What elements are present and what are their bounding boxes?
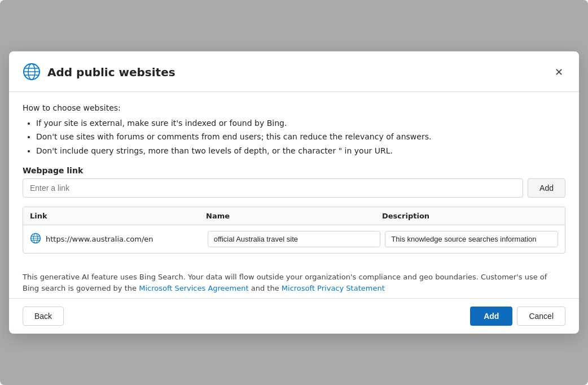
name-input[interactable] <box>208 231 381 247</box>
modal-body: How to choose websites: If your site is … <box>9 92 579 265</box>
instructions-section: How to choose websites: If your site is … <box>23 103 565 157</box>
row-link-text: https://www.australia.com/en <box>46 235 153 243</box>
link-cell: https://www.australia.com/en <box>30 233 203 246</box>
row-globe-icon <box>30 233 41 246</box>
instruction-item-3: Don't include query strings, more than t… <box>36 145 565 157</box>
modal-footer: Back Add Cancel <box>9 298 579 334</box>
table-row: https://www.australia.com/en <box>23 225 565 253</box>
instructions-heading: How to choose websites: <box>23 103 565 112</box>
add-link-button[interactable]: Add <box>528 178 565 198</box>
link-input[interactable] <box>23 178 523 198</box>
table-header: Link Name Description <box>23 207 565 225</box>
column-header-link: Link <box>30 212 206 220</box>
globe-header-icon <box>23 63 41 82</box>
instructions-list: If your site is external, make sure it's… <box>23 117 565 157</box>
footer-left: Back <box>23 307 64 326</box>
name-cell <box>208 231 381 247</box>
column-header-name: Name <box>206 212 382 220</box>
input-row: Add <box>23 178 565 198</box>
back-button[interactable]: Back <box>23 307 64 326</box>
disclaimer-section: This generative AI feature uses Bing Sea… <box>9 265 579 298</box>
disclaimer-text: This generative AI feature uses Bing Sea… <box>23 272 565 294</box>
cancel-button[interactable]: Cancel <box>517 307 565 326</box>
modal-overlay: Add public websites ✕ How to choose webs… <box>0 0 588 385</box>
description-input[interactable] <box>385 231 558 247</box>
modal-dialog: Add public websites ✕ How to choose webs… <box>9 51 579 334</box>
instruction-item-2: Don't use sites with forums or comments … <box>36 130 565 143</box>
description-cell <box>385 231 558 247</box>
modal-title: Add public websites <box>47 65 546 79</box>
close-button[interactable]: ✕ <box>552 64 565 81</box>
microsoft-services-agreement-link[interactable]: Microsoft Services Agreement <box>139 284 248 292</box>
modal-header: Add public websites ✕ <box>9 51 579 92</box>
microsoft-privacy-statement-link[interactable]: Microsoft Privacy Statement <box>282 284 385 292</box>
instruction-item-1: If your site is external, make sure it's… <box>36 117 565 129</box>
websites-table: Link Name Description <box>23 207 565 253</box>
footer-right: Add Cancel <box>470 307 565 326</box>
webpage-link-label: Webpage link <box>23 166 565 175</box>
close-icon: ✕ <box>555 66 563 78</box>
add-button[interactable]: Add <box>470 307 512 326</box>
column-header-description: Description <box>382 212 558 220</box>
